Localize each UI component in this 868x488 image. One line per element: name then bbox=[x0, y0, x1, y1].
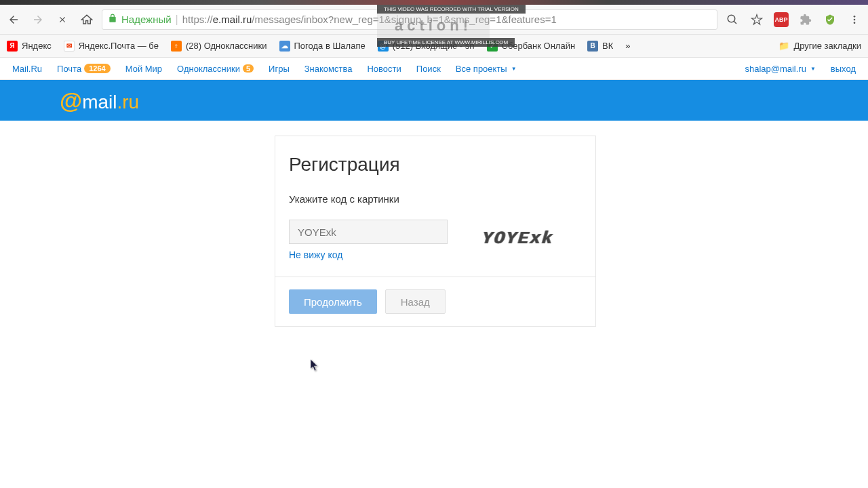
captcha-input[interactable] bbox=[289, 220, 448, 244]
nav-dating[interactable]: Знакомства bbox=[304, 64, 353, 74]
svg-point-3 bbox=[854, 18, 856, 20]
back-button[interactable]: Назад bbox=[385, 289, 446, 314]
forward-button[interactable] bbox=[28, 10, 47, 29]
nav-games[interactable]: Игры bbox=[269, 64, 290, 74]
bookmark-more[interactable]: » bbox=[625, 41, 630, 51]
registration-card: Регистрация Укажите код с картинки Не ви… bbox=[275, 136, 596, 327]
svg-point-4 bbox=[854, 22, 856, 24]
nav-search[interactable]: Поиск bbox=[416, 64, 441, 74]
shield-icon[interactable] bbox=[821, 10, 840, 29]
svg-point-0 bbox=[728, 15, 735, 22]
portal-nav: Mail.Ru Почта1264 Мой Мир Одноклассники5… bbox=[0, 58, 868, 80]
nav-ok[interactable]: Одноклассники5 bbox=[177, 64, 254, 74]
user-email[interactable]: shalap@mail.ru▼ bbox=[745, 64, 815, 74]
stop-button[interactable] bbox=[53, 10, 72, 29]
svg-point-2 bbox=[854, 16, 856, 18]
nav-myworld[interactable]: Мой Мир bbox=[125, 64, 162, 74]
tab-strip bbox=[0, 0, 868, 5]
card-subtitle: Укажите код с картинки bbox=[289, 193, 582, 205]
nav-mail[interactable]: Почта1264 bbox=[57, 64, 111, 74]
continue-button[interactable]: Продолжить bbox=[289, 289, 377, 314]
abp-icon[interactable]: ABP bbox=[772, 10, 791, 29]
watermark-top: THIS VIDEO WAS RECORDED WITH TRIAL VERSI… bbox=[377, 5, 526, 14]
url-text: https://e.mail.ru/messages/inbox?new_reg… bbox=[182, 14, 557, 25]
cursor-icon bbox=[311, 359, 320, 371]
zoom-icon[interactable] bbox=[723, 10, 742, 29]
chevron-down-icon: ▼ bbox=[810, 66, 816, 72]
logout-link[interactable]: выход bbox=[831, 64, 856, 74]
menu-icon[interactable] bbox=[845, 10, 864, 29]
captcha-image: YOYExk bbox=[462, 220, 574, 258]
logo[interactable]: @mail.ru bbox=[60, 87, 139, 114]
watermark-brand: action! bbox=[377, 14, 490, 38]
bookmark-vk[interactable]: BВК bbox=[587, 41, 613, 52]
chevron-down-icon: ▼ bbox=[511, 66, 517, 72]
card-title: Регистрация bbox=[289, 154, 582, 176]
bookmark-weather[interactable]: ☁Погода в Шалапе bbox=[279, 41, 366, 52]
bookmark-yandex-mail[interactable]: ✉Яндекс.Почта — бе bbox=[64, 41, 159, 52]
watermark-bottom: BUY LIFETIME LICENSE AT WWW.MIRILLIS.COM bbox=[377, 38, 515, 47]
bookmark-other[interactable]: 📁Другие закладки bbox=[778, 41, 861, 51]
content: Регистрация Укажите код с картинки Не ви… bbox=[0, 121, 868, 327]
extension-icon[interactable] bbox=[796, 10, 815, 29]
folder-icon: 📁 bbox=[778, 41, 789, 51]
bookmark-ok[interactable]: ♀(28) Одноклассники bbox=[171, 41, 267, 52]
bookmark-yandex[interactable]: ЯЯндекс bbox=[7, 41, 52, 52]
cant-see-link[interactable]: Не вижу код bbox=[289, 249, 448, 260]
svg-line-1 bbox=[734, 21, 736, 24]
nav-news[interactable]: Новости bbox=[367, 64, 401, 74]
home-button[interactable] bbox=[77, 10, 96, 29]
secure-label: Надежный bbox=[121, 14, 172, 25]
nav-mailru[interactable]: Mail.Ru bbox=[12, 64, 42, 74]
nav-projects[interactable]: Все проекты▼ bbox=[456, 64, 517, 74]
lock-icon bbox=[108, 14, 117, 26]
star-icon[interactable] bbox=[747, 10, 766, 29]
back-button[interactable] bbox=[4, 10, 23, 29]
mail-header: @mail.ru bbox=[0, 80, 868, 121]
